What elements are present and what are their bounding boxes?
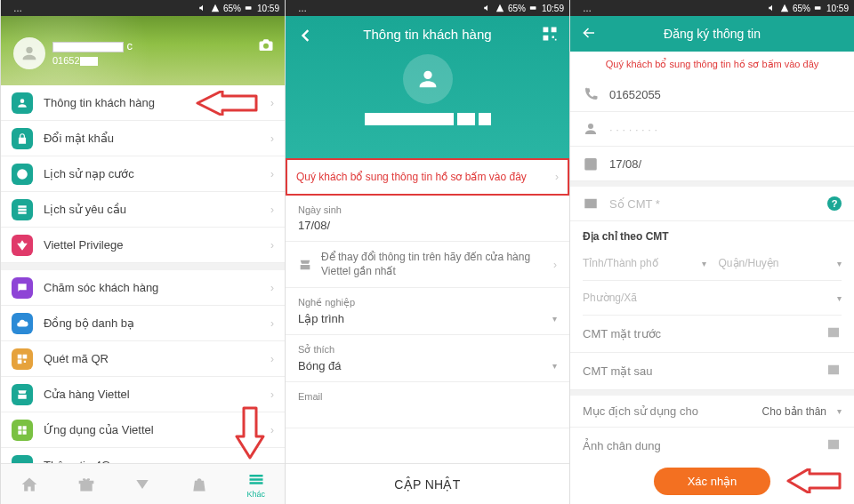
- user-icon: [583, 121, 599, 137]
- field-cmt-back[interactable]: CMT mặt sau: [570, 353, 854, 390]
- screen-customer-info: … 65%10:59 Thông tin khách hàng Quý khác…: [285, 0, 569, 504]
- menu-item-customer-care[interactable]: Chăm sóc khách hàng›: [1, 270, 285, 306]
- page-header: Đăng ký thông tin: [570, 16, 854, 52]
- field-email[interactable]: Email: [286, 382, 569, 428]
- avatar-icon: [13, 37, 45, 69]
- status-bar: … 65%10:59: [286, 0, 569, 16]
- alert-text: Quý khách bổ sung thông tin hồ sơ bấm và…: [570, 52, 854, 77]
- mute-icon: [198, 4, 207, 12]
- section-address-title: Địa chỉ theo CMT: [570, 221, 854, 246]
- page-header: Thông tin khách hàng: [286, 16, 569, 158]
- svg-rect-2: [246, 6, 252, 9]
- field-cmt-number[interactable]: Số CMT * ?: [570, 187, 854, 221]
- back-icon[interactable]: [296, 27, 314, 47]
- tab-more[interactable]: Khác: [247, 470, 266, 499]
- avatar-icon: [403, 54, 453, 104]
- page-title: Thông tin khách hàng: [286, 16, 569, 42]
- field-purpose[interactable]: Mục địch sử dụng cho Cho bản thân ▾: [570, 396, 854, 428]
- back-icon[interactable]: [581, 25, 597, 44]
- menu-item-customer-info[interactable]: Thông tin khách hàng›: [1, 85, 285, 121]
- field-dob: Ngày sinh 17/08/: [286, 196, 569, 242]
- menu-item-viettel-apps[interactable]: Ứng dụng của Viettel›: [1, 412, 285, 448]
- field-dob[interactable]: 17/08/: [570, 147, 854, 181]
- row-store-info[interactable]: Để thay đổi thông tin trên hãy đến cửa h…: [286, 242, 569, 288]
- image-icon: [826, 362, 842, 380]
- tab-home[interactable]: [20, 476, 38, 493]
- menu-item-sync-contacts[interactable]: Đồng bộ danh bạ›: [1, 306, 285, 341]
- field-hobby[interactable]: Sở thích Bóng đá▾: [286, 335, 569, 382]
- tab-shop[interactable]: [190, 476, 208, 493]
- menu-item-privilege[interactable]: Viettel Privilege›: [1, 228, 285, 263]
- menu-item-topup-history[interactable]: Lịch sử nạp cước›: [1, 156, 285, 192]
- field-phone[interactable]: 01652055: [570, 77, 854, 112]
- select-district[interactable]: Quận/Huyện▾: [719, 252, 842, 275]
- status-bar: … 65% 10:59: [1, 0, 285, 16]
- calendar-icon: [583, 156, 599, 172]
- bottom-nav: Khác: [1, 463, 285, 504]
- menu-section-2: Chăm sóc khách hàng› Đồng bộ danh bạ› Qu…: [1, 270, 285, 484]
- id-card-icon: [583, 196, 599, 212]
- camera-icon[interactable]: [258, 37, 274, 56]
- profile-header[interactable]: c 01652: [1, 16, 285, 85]
- submit-button[interactable]: Xác nhận: [654, 468, 771, 495]
- image-icon: [826, 436, 842, 455]
- update-button[interactable]: CẬP NHẬT: [286, 463, 569, 504]
- tab-logo[interactable]: [133, 476, 151, 493]
- screen-register-info: … 65%10:59 Đăng ký thông tin Quý khách b…: [569, 0, 854, 504]
- qr-icon[interactable]: [541, 25, 559, 45]
- menu-item-qr-scan[interactable]: Quét mã QR›: [1, 341, 285, 377]
- svg-rect-5: [530, 6, 536, 9]
- status-bar: … 65%10:59: [570, 0, 854, 16]
- image-icon: [826, 324, 842, 343]
- alert-complete-profile[interactable]: Quý khách bổ sung thông tin hồ sơ bấm và…: [286, 158, 569, 196]
- field-cmt-front[interactable]: CMT mặt trước: [570, 316, 854, 353]
- screen-menu: … 65% 10:59 c 01652 Thông tin khách hàng…: [0, 0, 285, 504]
- menu-item-change-password[interactable]: Đổi mật khẩu›: [1, 121, 285, 156]
- menu-item-viettel-store[interactable]: Cửa hàng Viettel›: [1, 377, 285, 412]
- phone-icon: [583, 86, 599, 102]
- svg-rect-8: [815, 6, 821, 9]
- menu-item-request-history[interactable]: Lịch sử yêu cầu›: [1, 192, 285, 228]
- menu-section-1: Thông tin khách hàng› Đổi mật khẩu› Lịch…: [1, 85, 285, 263]
- tab-gift[interactable]: [77, 476, 95, 493]
- select-ward[interactable]: Phường/Xã▾: [583, 286, 842, 309]
- page-title: Đăng ký thông tin: [664, 27, 761, 41]
- select-province[interactable]: Tỉnh/Thành phố▾: [583, 252, 706, 275]
- help-icon[interactable]: ?: [827, 196, 842, 211]
- field-job[interactable]: Nghề nghiệp Lập trình▾: [286, 288, 569, 335]
- field-name[interactable]: · · · · · · · ·: [570, 112, 854, 147]
